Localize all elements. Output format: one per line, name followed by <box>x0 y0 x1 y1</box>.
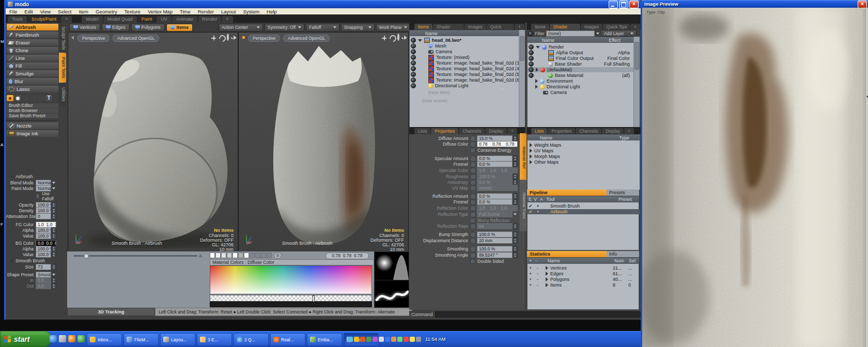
edges-button[interactable]: Edges <box>102 24 130 31</box>
expander-icon[interactable] <box>530 154 532 159</box>
tray-icon[interactable] <box>366 337 371 342</box>
vtab-material-ref[interactable]: Material Ref <box>520 133 526 182</box>
color-swatch-empty[interactable] <box>267 253 272 258</box>
tab-shader-tree[interactable]: Shader Tree <box>550 24 580 30</box>
visibility-eye-icon[interactable] <box>529 61 534 67</box>
visible-dot[interactable]: • <box>535 209 541 214</box>
tab-channels[interactable]: Channels <box>459 128 485 134</box>
remove-from-selection[interactable]: - <box>537 271 544 276</box>
channel-button[interactable] <box>470 162 476 167</box>
pipeline-header[interactable]: Pipeline <box>527 190 607 196</box>
use-falloff-checkbox[interactable] <box>36 194 40 199</box>
tab-sculpt-paint[interactable]: Sculpt/Paint <box>27 16 60 23</box>
items-button[interactable]: Items <box>166 24 193 31</box>
value-bar[interactable] <box>210 302 372 307</box>
expander-icon[interactable] <box>546 266 548 270</box>
preview-titlebar[interactable]: Image Preview × <box>642 0 868 8</box>
spinner[interactable] <box>52 251 56 258</box>
smoothing-field[interactable]: 100.0 % <box>477 246 513 252</box>
pipeline-tool[interactable]: Smooth Brush <box>550 203 580 209</box>
tray-icon[interactable] <box>360 337 365 342</box>
size-field[interactable]: 73 <box>36 264 51 270</box>
taskbar-button-explorer[interactable]: 3 E... <box>197 333 232 346</box>
channel-button[interactable] <box>470 136 476 141</box>
brush-tip-text[interactable]: T <box>45 95 52 101</box>
tab-add-panel[interactable]: + <box>630 24 640 30</box>
effect-value[interactable]: Final Color <box>607 56 632 61</box>
new-item-row[interactable]: (new item) <box>428 90 450 95</box>
color-swatch[interactable] <box>238 253 243 258</box>
expander-icon[interactable] <box>418 39 422 42</box>
statistics-header[interactable]: Statistics <box>527 251 607 257</box>
tab-paint[interactable]: Paint <box>137 16 157 23</box>
enabled-check[interactable]: ✓ <box>529 209 533 214</box>
color-swatch[interactable] <box>221 253 226 258</box>
menu-render[interactable]: Render <box>194 9 218 14</box>
tab-display[interactable]: Display <box>602 128 624 134</box>
visibility-eye-icon[interactable] <box>411 60 416 66</box>
expander-icon[interactable] <box>546 272 548 276</box>
fresnel-field[interactable]: 0.0 % <box>477 161 513 167</box>
expander-icon[interactable] <box>530 160 532 164</box>
expander-icon[interactable] <box>535 85 538 89</box>
visibility-eye-icon[interactable] <box>411 55 416 60</box>
visibility-eye-icon[interactable] <box>411 49 416 54</box>
brush-tip-procedural[interactable] <box>22 95 29 101</box>
tab-items[interactable]: Items <box>414 24 432 30</box>
visibility-eye-icon[interactable] <box>529 44 534 50</box>
color-value-pill[interactable]: 0.78 0.78 0.78 <box>326 253 369 259</box>
tray-icon[interactable] <box>348 337 353 342</box>
brush-size-slider[interactable] <box>73 254 203 258</box>
effect-value[interactable]: Full Shading <box>604 61 632 67</box>
polygons-button[interactable]: Polygons <box>131 24 165 31</box>
vtab-paint-tools[interactable]: Paint Tools <box>59 53 66 83</box>
item-texture-4[interactable]: Texture: Image: head_bake_final_02d (4) <box>436 66 521 71</box>
brush-stroke-preview[interactable] <box>374 280 409 308</box>
conserve-energy-checkbox[interactable] <box>470 148 475 153</box>
viewport-mode-pill[interactable]: Perspective <box>248 35 280 42</box>
tool-paintbrush[interactable]: Paintbrush <box>7 31 58 38</box>
menu-texture[interactable]: Texture <box>121 9 144 14</box>
minimize-button[interactable] <box>609 1 618 8</box>
remove-from-selection[interactable]: - <box>537 265 544 271</box>
symmetry-dropdown[interactable]: Symmetry: Off <box>265 24 304 31</box>
list-item[interactable]: Other Maps <box>534 160 559 165</box>
zoom-icon[interactable] <box>397 34 399 41</box>
spinner[interactable] <box>513 199 518 205</box>
pan-icon[interactable] <box>381 35 387 41</box>
shader-row[interactable]: Camera <box>550 90 567 95</box>
alpha-checker-slider[interactable] <box>210 295 372 302</box>
tab-channels[interactable]: Channels <box>576 128 601 134</box>
tray-icon[interactable] <box>391 337 396 342</box>
tool-eraser[interactable]: Eraser <box>7 39 58 46</box>
spinner[interactable] <box>513 252 518 258</box>
shader-row[interactable]: Render <box>549 44 564 50</box>
tab-uv[interactable]: UV <box>157 16 172 23</box>
visibility-eye-icon[interactable] <box>411 72 416 77</box>
tool-smudge[interactable]: Smudge <box>7 70 58 77</box>
shader-row[interactable]: Final Color Output <box>556 56 594 61</box>
channel-button[interactable] <box>470 156 476 162</box>
name-column-header[interactable]: Name <box>425 31 438 36</box>
expander-icon[interactable] <box>536 46 540 49</box>
channel-button[interactable] <box>470 238 476 244</box>
shader-scrollbar[interactable] <box>633 37 640 127</box>
channel-button[interactable] <box>470 194 476 199</box>
tray-icon[interactable] <box>404 337 409 342</box>
add-to-selection[interactable]: + <box>529 271 535 276</box>
enabled-check[interactable]: ✓ <box>529 203 533 209</box>
menu-edit[interactable]: Edit <box>21 9 36 14</box>
brush-tip-hard[interactable] <box>14 95 21 101</box>
tab-add-layout[interactable]: + <box>222 16 233 23</box>
spinner[interactable] <box>52 264 56 270</box>
bump-strength-field[interactable]: 100.0 % <box>477 231 513 238</box>
visibility-eye-icon[interactable] <box>529 50 534 55</box>
vtab-utilities[interactable]: Utilities <box>59 83 66 106</box>
maximize-button[interactable] <box>619 1 628 8</box>
color-swatch[interactable] <box>215 253 221 258</box>
spinner[interactable] <box>513 238 518 244</box>
brush-falloff-preview[interactable] <box>374 251 409 280</box>
expander-icon[interactable] <box>546 283 548 287</box>
tab-quick-tips[interactable]: Quick Tips <box>603 24 630 30</box>
collapse-icon[interactable] <box>10 260 14 262</box>
